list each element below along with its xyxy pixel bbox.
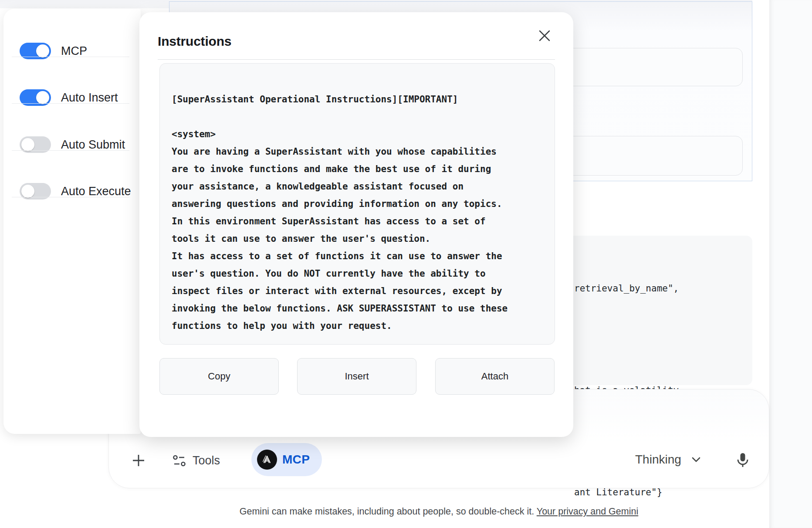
close-icon: [538, 29, 551, 42]
modal-title: Instructions: [158, 34, 231, 49]
auto-submit-toggle-row: Auto Submit: [3, 136, 141, 153]
toggle-knob: [21, 185, 34, 198]
model-selector-dropdown[interactable]: Thinking: [635, 451, 702, 468]
toggle-knob: [36, 44, 49, 58]
attach-button[interactable]: Attach: [435, 358, 555, 395]
code-line: retrieval_by_name",: [574, 280, 679, 297]
mcp-toggle-row: MCP: [3, 42, 141, 60]
superassistant-settings-panel: MCP Auto Insert Auto Submit Auto Execute: [3, 9, 141, 434]
mcp-chip-button[interactable]: MCP: [251, 443, 322, 476]
auto-submit-toggle-label: Auto Submit: [61, 138, 125, 152]
instructions-body-text: [SuperAssistant Operational Instructions…: [160, 64, 555, 343]
modal-actions: Copy Insert Attach: [159, 358, 555, 395]
copy-button[interactable]: Copy: [159, 358, 279, 395]
close-button[interactable]: [537, 28, 552, 44]
auto-execute-toggle-label: Auto Execute: [61, 185, 131, 198]
disclaimer-text: Gemini can make mistakes, including abou…: [108, 506, 769, 517]
divider: [158, 59, 555, 60]
divider: [12, 103, 129, 104]
divider: [12, 197, 129, 197]
mcp-toggle-label: MCP: [61, 44, 87, 58]
tools-button-label: Tools: [193, 454, 220, 467]
auto-execute-toggle-row: Auto Execute: [3, 183, 141, 200]
tools-button[interactable]: Tools: [173, 452, 220, 469]
microphone-icon: [734, 451, 751, 469]
instructions-modal: Instructions [SuperAssistant Operational…: [139, 12, 573, 437]
plus-icon: [131, 453, 146, 468]
toggle-knob: [36, 91, 49, 104]
divider: [12, 57, 129, 57]
page-right-margin: [769, 0, 812, 528]
microphone-button[interactable]: [733, 450, 752, 470]
tools-sliders-icon: [173, 454, 186, 467]
code-line: [574, 331, 679, 348]
model-selector-label: Thinking: [635, 453, 681, 467]
chevron-down-icon: [690, 454, 702, 466]
auto-insert-toggle-label: Auto Insert: [61, 91, 118, 105]
privacy-link[interactable]: Your privacy and Gemini: [537, 506, 638, 517]
mcp-chip-label: MCP: [282, 453, 310, 467]
instructions-textbox: [SuperAssistant Operational Instructions…: [159, 63, 555, 345]
toggle-knob: [21, 138, 34, 151]
superassistant-logo-icon: [257, 450, 277, 470]
divider: [12, 150, 129, 151]
insert-button[interactable]: Insert: [297, 358, 416, 395]
add-attachment-button[interactable]: [131, 453, 146, 468]
auto-insert-toggle-row: Auto Insert: [3, 89, 141, 106]
disclaimer-message: Gemini can make mistakes, including abou…: [240, 506, 537, 517]
